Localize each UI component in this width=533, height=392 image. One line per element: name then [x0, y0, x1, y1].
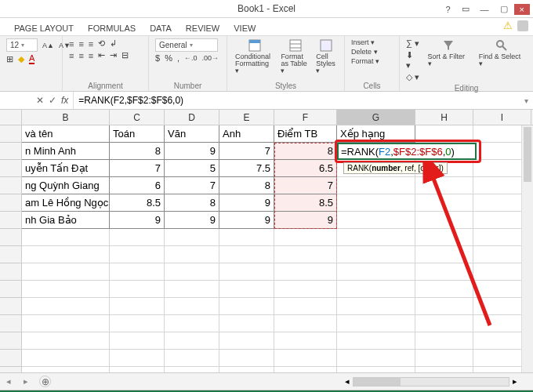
cell[interactable]: [110, 315, 165, 332]
cell[interactable]: và tên: [22, 125, 110, 143]
cell[interactable]: 8: [110, 143, 165, 160]
col-header-g[interactable]: G: [337, 110, 415, 125]
cell[interactable]: [337, 298, 415, 315]
cell[interactable]: [110, 246, 165, 263]
cell[interactable]: uyễn Tấn Đạt: [22, 160, 110, 177]
cell[interactable]: 9: [110, 212, 165, 229]
cell[interactable]: [219, 298, 274, 315]
row-header[interactable]: [0, 350, 22, 367]
sheet-nav-left-icon[interactable]: ◂: [0, 376, 17, 387]
conditional-formatting-button[interactable]: Conditional Formatting ▾: [234, 38, 276, 74]
cell[interactable]: [219, 281, 274, 298]
cell[interactable]: [415, 298, 473, 315]
cell[interactable]: [415, 246, 473, 263]
cell[interactable]: [165, 350, 219, 367]
row-header[interactable]: [0, 177, 22, 194]
cell[interactable]: 7: [274, 177, 337, 194]
tab-data[interactable]: DATA: [148, 21, 173, 35]
sort-filter-button[interactable]: Sort & Filter ▾: [426, 38, 471, 67]
insert-button[interactable]: Insert ▾: [351, 38, 375, 46]
cell[interactable]: 9: [165, 212, 219, 229]
number-format-select[interactable]: General▾: [155, 38, 218, 52]
row-header[interactable]: [0, 246, 22, 263]
cell[interactable]: [337, 332, 415, 350]
select-all-corner[interactable]: [0, 110, 22, 125]
decrease-indent-icon[interactable]: ⇤: [98, 50, 105, 60]
new-sheet-button[interactable]: ⊕: [39, 376, 51, 387]
cell[interactable]: [22, 367, 110, 373]
format-as-table-button[interactable]: Format as Table ▾: [279, 38, 311, 74]
orientation-icon[interactable]: ⟲: [98, 38, 105, 49]
cell[interactable]: 8.5: [110, 194, 165, 212]
autosum-button[interactable]: ∑ ▾: [406, 38, 420, 49]
cell[interactable]: 7.5: [219, 160, 274, 177]
fill-button[interactable]: ⬇ ▾: [406, 50, 420, 71]
tab-view[interactable]: VIEW: [232, 21, 257, 35]
cell[interactable]: [22, 246, 110, 263]
cell[interactable]: [110, 263, 165, 281]
cell[interactable]: [337, 281, 415, 298]
cell[interactable]: 9: [219, 212, 274, 229]
cell[interactable]: [337, 212, 415, 229]
cell[interactable]: [274, 229, 337, 246]
cell[interactable]: [219, 263, 274, 281]
cell[interactable]: [219, 229, 274, 246]
cell[interactable]: [337, 246, 415, 263]
cell[interactable]: [219, 315, 274, 332]
cell[interactable]: [337, 229, 415, 246]
cell[interactable]: [165, 298, 219, 315]
cell[interactable]: [165, 263, 219, 281]
row-header[interactable]: [0, 263, 22, 281]
col-header-c[interactable]: C: [110, 110, 165, 125]
cell[interactable]: 8: [219, 177, 274, 194]
cell[interactable]: [22, 350, 110, 367]
cell[interactable]: nh Gia Bảo: [22, 212, 110, 229]
cell[interactable]: [274, 315, 337, 332]
align-bottom-icon[interactable]: ≡: [89, 39, 93, 49]
col-header-f[interactable]: F: [274, 110, 337, 125]
cell[interactable]: [165, 332, 219, 350]
cell[interactable]: [337, 315, 415, 332]
clear-button[interactable]: ◇ ▾: [406, 72, 420, 82]
align-top-icon[interactable]: ≡: [69, 39, 74, 49]
cell[interactable]: [337, 350, 415, 367]
align-left-icon[interactable]: ≡: [69, 51, 74, 60]
cell[interactable]: [110, 229, 165, 246]
account-icon[interactable]: [517, 20, 528, 31]
row-header[interactable]: [0, 143, 22, 160]
scrollbar-thumb[interactable]: [354, 378, 401, 386]
cell[interactable]: [219, 350, 274, 367]
row-header[interactable]: [0, 281, 22, 298]
cell[interactable]: [110, 332, 165, 350]
cell[interactable]: [22, 315, 110, 332]
cell[interactable]: [219, 367, 274, 373]
enter-formula-icon[interactable]: ✓: [49, 95, 56, 106]
active-cell[interactable]: =RANK(F2,$F$2:$F$6,0): [337, 143, 477, 160]
scrollbar-thumb[interactable]: [524, 127, 531, 182]
cell[interactable]: [274, 246, 337, 263]
merge-icon[interactable]: ⊟: [121, 50, 129, 60]
cell[interactable]: Điểm TB: [274, 125, 337, 143]
col-header-d[interactable]: D: [165, 110, 219, 125]
cell[interactable]: [22, 298, 110, 315]
percent-icon[interactable]: %: [165, 53, 172, 63]
border-icon[interactable]: ⊞: [6, 54, 13, 64]
cell[interactable]: [415, 315, 473, 332]
cell[interactable]: [22, 281, 110, 298]
cell[interactable]: [274, 367, 337, 373]
close-icon[interactable]: ×: [514, 4, 530, 15]
wrap-text-icon[interactable]: ↲: [110, 38, 117, 49]
cell[interactable]: [415, 350, 473, 367]
col-header-i[interactable]: I: [473, 110, 531, 125]
scroll-left-icon[interactable]: ◂: [345, 376, 350, 387]
row-header[interactable]: [0, 212, 22, 229]
row-header[interactable]: [0, 160, 22, 177]
align-center-icon[interactable]: ≡: [78, 51, 83, 60]
cell[interactable]: 7: [219, 143, 274, 160]
cell[interactable]: [274, 263, 337, 281]
format-button[interactable]: Format ▾: [351, 57, 379, 65]
vertical-scrollbar[interactable]: [521, 125, 533, 372]
maximize-icon[interactable]: ▢: [495, 4, 513, 14]
cell[interactable]: [274, 332, 337, 350]
cell[interactable]: [415, 367, 473, 373]
